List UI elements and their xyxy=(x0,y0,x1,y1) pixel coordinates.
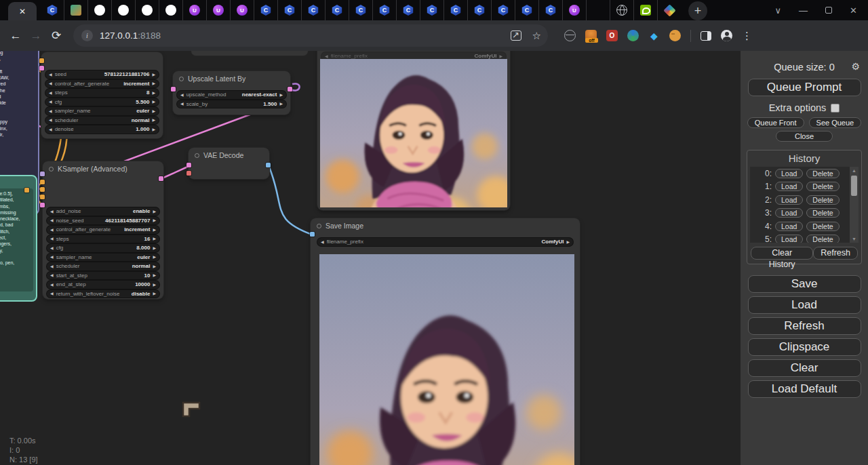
increment-arrow-icon[interactable]: ▶ xyxy=(152,81,155,85)
upscale-output-latent[interactable] xyxy=(288,87,292,92)
gem-extension-icon[interactable]: ◆ xyxy=(648,30,660,41)
increment-arrow-icon[interactable]: ▶ xyxy=(152,91,155,95)
increment-arrow-icon[interactable]: ▶ xyxy=(153,209,156,214)
clear-history-button[interactable]: Clear History xyxy=(751,247,813,260)
history-delete-button[interactable]: Delete xyxy=(806,235,839,243)
tab-comfy[interactable]: C xyxy=(349,0,373,20)
decrement-arrow-icon[interactable]: ◀ xyxy=(49,73,52,77)
tab-comfy[interactable]: C xyxy=(373,0,397,20)
upscale-latent-node[interactable]: Upscale Latent By ◀upscale_methodnearest… xyxy=(173,71,290,115)
input-slot-conditioning[interactable] xyxy=(39,58,44,63)
address-bar[interactable]: i 127.0.0.1:8188 ↗ ☆ xyxy=(73,24,548,47)
history-load-button[interactable]: Load xyxy=(775,208,803,218)
increment-arrow-icon[interactable]: ▶ xyxy=(153,255,156,259)
history-delete-button[interactable]: Delete xyxy=(806,195,839,205)
tab-nvidia[interactable] xyxy=(634,0,658,20)
new-tab-button[interactable]: + xyxy=(688,1,707,20)
increment-arrow-icon[interactable]: ▶ xyxy=(152,109,155,113)
tab-close-icon[interactable]: ✕ xyxy=(19,7,26,16)
widget-scheduler[interactable]: ◀schedulernormal▶ xyxy=(45,117,159,125)
forward-icon[interactable]: → xyxy=(26,29,46,43)
ksampler-advanced-node[interactable]: KSampler (Advanced) ◀add_noiseenable▶◀no… xyxy=(43,161,163,299)
save-image-node[interactable]: Save Image ◀filename_prefixComfyUI▶ xyxy=(311,218,580,465)
vae-input-vae[interactable] xyxy=(186,171,191,176)
input-slot-latent[interactable] xyxy=(39,66,44,70)
clear-button[interactable]: Clear xyxy=(748,359,861,377)
tab-comfy[interactable]: C xyxy=(515,0,539,20)
red-o-extension-icon[interactable]: O xyxy=(606,30,618,41)
history-load-button[interactable]: Load xyxy=(775,195,803,205)
decrement-arrow-icon[interactable]: ◀ xyxy=(49,100,52,104)
widget-scheduler[interactable]: ◀schedulernormal▶ xyxy=(47,262,159,270)
decrement-arrow-icon[interactable]: ◀ xyxy=(321,240,324,244)
scroll-thumb[interactable] xyxy=(851,176,857,196)
circle-extension-icon[interactable] xyxy=(627,30,639,41)
decrement-arrow-icon[interactable]: ◀ xyxy=(180,93,184,97)
tab-comfy[interactable]: C xyxy=(468,0,492,20)
vae-output-image[interactable] xyxy=(266,163,271,167)
widget-steps[interactable]: ◀steps16▶ xyxy=(47,235,159,243)
widget-cfg[interactable]: ◀cfg5.500▶ xyxy=(45,98,159,106)
increment-arrow-icon[interactable]: ▶ xyxy=(153,283,156,287)
extra-options-checkbox[interactable] xyxy=(831,104,840,113)
decrement-arrow-icon[interactable]: ◀ xyxy=(50,291,54,296)
tab-comfy[interactable]: C xyxy=(539,0,563,20)
ksampler-input-cond2[interactable] xyxy=(40,195,45,199)
tab-gear[interactable] xyxy=(587,0,610,20)
decrement-arrow-icon[interactable]: ◀ xyxy=(49,127,52,132)
widget-sampler_name[interactable]: ◀sampler_nameeuler▶ xyxy=(47,254,159,262)
refresh-button[interactable]: Refresh xyxy=(748,317,861,335)
decrement-arrow-icon[interactable]: ◀ xyxy=(50,283,54,287)
ksampler-input-model[interactable] xyxy=(40,171,45,176)
maximize-icon[interactable] xyxy=(825,7,832,14)
bookmark-star-icon[interactable]: ☆ xyxy=(532,30,541,42)
tab-ultra[interactable]: U xyxy=(183,0,207,20)
history-load-button[interactable]: Load xyxy=(775,222,803,231)
increment-arrow-icon[interactable]: ▶ xyxy=(153,237,156,241)
increment-arrow-icon[interactable]: ▶ xyxy=(153,228,156,232)
decrement-arrow-icon[interactable]: ◀ xyxy=(180,102,184,106)
tab-comfy[interactable]: C xyxy=(278,0,302,20)
decrement-arrow-icon[interactable]: ◀ xyxy=(50,255,54,259)
widget-scale_by[interactable]: ◀scale_by1.500▶ xyxy=(177,100,286,108)
queue-front-button[interactable]: Queue Front xyxy=(747,117,804,128)
scroll-down-icon[interactable]: ▼ xyxy=(852,235,856,243)
profile-avatar[interactable] xyxy=(721,30,732,41)
increment-arrow-icon[interactable]: ▶ xyxy=(153,218,156,222)
widget-control_after_generate[interactable]: ◀control_after_generateincrement▶ xyxy=(45,80,159,88)
tab-comfy[interactable]: C xyxy=(397,0,420,20)
tab-comfy[interactable]: C xyxy=(444,0,468,20)
decrement-arrow-icon[interactable]: ◀ xyxy=(50,246,54,250)
increment-arrow-icon[interactable]: ▶ xyxy=(153,273,156,277)
node-graph-canvas[interactable]: iling ile, soft , RAW, urred h the led n… xyxy=(0,51,741,465)
upscale-input-samples[interactable] xyxy=(171,87,176,92)
tab-globe[interactable] xyxy=(610,0,634,20)
tab-ultra[interactable]: U xyxy=(207,0,231,20)
increment-arrow-icon[interactable]: ▶ xyxy=(279,102,283,106)
reload-icon[interactable]: ⟳ xyxy=(46,28,66,43)
queue-prompt-button[interactable]: Queue Prompt xyxy=(748,79,861,96)
close-window-icon[interactable]: ✕ xyxy=(850,5,857,16)
decrement-arrow-icon[interactable]: ◀ xyxy=(49,91,52,95)
tab-comfy[interactable]: C xyxy=(302,0,326,20)
increment-arrow-icon[interactable]: ▶ xyxy=(153,291,156,296)
decrement-arrow-icon[interactable]: ◀ xyxy=(49,81,52,85)
tab-comfy[interactable]: C xyxy=(420,0,444,20)
tab-github[interactable] xyxy=(112,0,136,20)
history-load-button[interactable]: Load xyxy=(775,182,803,191)
see-queue-button[interactable]: See Queue xyxy=(809,117,862,128)
cookie-extension-icon[interactable] xyxy=(669,30,681,41)
side-panel-icon[interactable] xyxy=(701,31,711,41)
increment-arrow-icon[interactable]: ▶ xyxy=(152,100,155,104)
widget-cfg[interactable]: ◀cfg8.000▶ xyxy=(47,244,159,252)
widget-steps[interactable]: ◀steps8▶ xyxy=(45,89,159,97)
widget-upscale_method[interactable]: ◀upscale_methodnearest-exact▶ xyxy=(177,91,286,99)
history-delete-button[interactable]: Delete xyxy=(806,169,839,178)
increment-arrow-icon[interactable]: ▶ xyxy=(566,240,570,244)
collapse-dot-icon[interactable] xyxy=(49,167,54,171)
save-input-image[interactable] xyxy=(310,232,315,237)
history-delete-button[interactable]: Delete xyxy=(806,182,839,191)
tab-marble[interactable] xyxy=(658,0,682,20)
history-load-button[interactable]: Load xyxy=(775,235,803,243)
collapse-dot-icon[interactable] xyxy=(179,77,184,81)
